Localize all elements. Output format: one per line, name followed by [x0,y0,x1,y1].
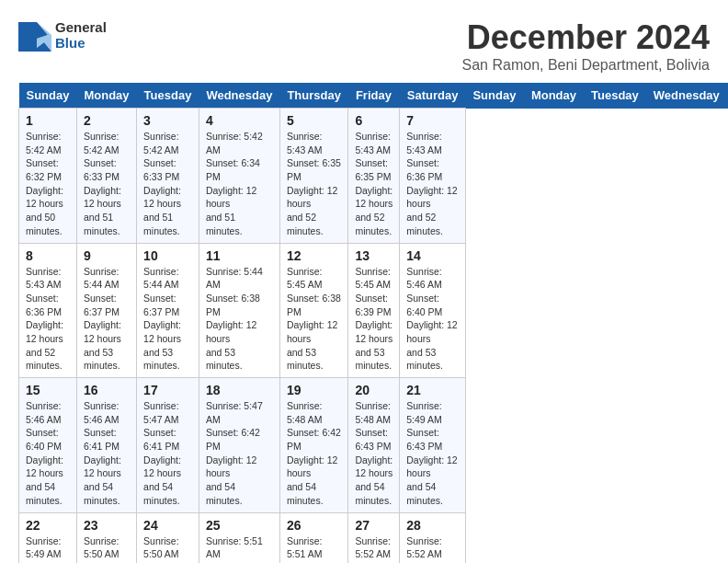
day-number: 2 [84,113,130,128]
calendar-cell: 14Sunrise: 5:46 AM Sunset: 6:40 PM Dayli… [400,243,466,378]
day-info: Sunrise: 5:50 AM Sunset: 6:44 PM Dayligh… [84,534,130,564]
day-info: Sunrise: 5:42 AM Sunset: 6:34 PM Dayligh… [206,130,273,238]
calendar-cell: 4Sunrise: 5:42 AM Sunset: 6:34 PM Daylig… [199,109,279,244]
day-info: Sunrise: 5:47 AM Sunset: 6:42 PM Dayligh… [206,399,273,508]
calendar-cell: 2Sunrise: 5:42 AM Sunset: 6:33 PM Daylig… [76,109,136,244]
day-number: 27 [355,518,392,533]
day-number: 9 [84,248,130,263]
calendar-cell: 20Sunrise: 5:48 AM Sunset: 6:43 PM Dayli… [348,378,400,513]
day-number: 23 [84,518,130,533]
day-number: 18 [206,383,273,397]
day-info: Sunrise: 5:49 AM Sunset: 6:43 PM Dayligh… [406,399,459,508]
calendar-week-row: 8Sunrise: 5:43 AM Sunset: 6:36 PM Daylig… [19,243,729,378]
day-info: Sunrise: 5:48 AM Sunset: 6:43 PM Dayligh… [355,399,392,508]
day-number: 7 [406,113,459,128]
calendar-day-header: Sunday [19,83,77,109]
day-number: 12 [287,248,342,263]
day-number: 19 [287,383,342,397]
calendar-cell: 18Sunrise: 5:47 AM Sunset: 6:42 PM Dayli… [199,378,279,513]
day-number: 1 [26,113,70,128]
day-info: Sunrise: 5:47 AM Sunset: 6:41 PM Dayligh… [143,399,192,508]
day-number: 21 [406,383,459,397]
day-number: 24 [143,518,192,533]
calendar-cell: 13Sunrise: 5:45 AM Sunset: 6:39 PM Dayli… [348,243,400,378]
calendar-cell: 5Sunrise: 5:43 AM Sunset: 6:35 PM Daylig… [279,109,348,244]
calendar-cell: 19Sunrise: 5:48 AM Sunset: 6:42 PM Dayli… [279,378,348,513]
day-info: Sunrise: 5:44 AM Sunset: 6:37 PM Dayligh… [143,265,192,373]
day-number: 6 [355,113,392,128]
calendar-cell: 22Sunrise: 5:49 AM Sunset: 6:44 PM Dayli… [19,512,77,563]
calendar-cell: 21Sunrise: 5:49 AM Sunset: 6:43 PM Dayli… [400,378,466,513]
day-info: Sunrise: 5:44 AM Sunset: 6:38 PM Dayligh… [206,265,273,373]
day-number: 5 [287,113,342,128]
day-info: Sunrise: 5:43 AM Sunset: 6:36 PM Dayligh… [406,130,459,238]
day-info: Sunrise: 5:51 AM Sunset: 6:46 PM Dayligh… [287,534,342,564]
calendar-day-header: Monday [76,83,136,109]
day-number: 20 [355,383,392,397]
day-info: Sunrise: 5:42 AM Sunset: 6:33 PM Dayligh… [143,130,192,238]
day-info: Sunrise: 5:46 AM Sunset: 6:41 PM Dayligh… [84,399,130,508]
calendar-cell: 9Sunrise: 5:44 AM Sunset: 6:37 PM Daylig… [76,243,136,378]
calendar-day-header: Monday [524,83,584,109]
calendar-cell: 27Sunrise: 5:52 AM Sunset: 6:46 PM Dayli… [348,512,400,563]
logo-text: General Blue [55,19,107,51]
day-info: Sunrise: 5:43 AM Sunset: 6:35 PM Dayligh… [355,130,392,238]
calendar-day-header: Saturday [400,83,466,109]
calendar-week-row: 15Sunrise: 5:46 AM Sunset: 6:40 PM Dayli… [19,378,729,513]
calendar-cell: 7Sunrise: 5:43 AM Sunset: 6:36 PM Daylig… [400,109,466,244]
day-number: 11 [206,248,273,263]
day-number: 15 [26,383,70,397]
page-title: December 2024 [462,18,710,57]
day-info: Sunrise: 5:42 AM Sunset: 6:32 PM Dayligh… [26,130,70,238]
day-info: Sunrise: 5:46 AM Sunset: 6:40 PM Dayligh… [406,265,459,373]
calendar-cell: 1Sunrise: 5:42 AM Sunset: 6:32 PM Daylig… [19,109,77,244]
calendar-cell: 25Sunrise: 5:51 AM Sunset: 6:45 PM Dayli… [199,512,279,563]
day-number: 3 [143,113,192,128]
day-number: 8 [26,248,70,263]
logo-icon [18,18,51,52]
day-number: 16 [84,383,130,397]
calendar-day-header: Tuesday [584,83,646,109]
logo: General Blue [18,18,107,52]
day-info: Sunrise: 5:43 AM Sunset: 6:36 PM Dayligh… [26,265,70,373]
calendar-day-header: Wednesday [646,83,727,109]
calendar-week-row: 1Sunrise: 5:42 AM Sunset: 6:32 PM Daylig… [19,109,729,244]
day-number: 17 [143,383,192,397]
day-number: 10 [143,248,192,263]
day-info: Sunrise: 5:49 AM Sunset: 6:44 PM Dayligh… [26,534,70,564]
day-info: Sunrise: 5:43 AM Sunset: 6:35 PM Dayligh… [287,130,342,238]
day-number: 22 [26,518,70,533]
day-info: Sunrise: 5:52 AM Sunset: 6:46 PM Dayligh… [355,534,392,564]
day-number: 14 [406,248,459,263]
header: General Blue December 2024 San Ramon, Be… [18,18,710,74]
day-info: Sunrise: 5:46 AM Sunset: 6:40 PM Dayligh… [26,399,70,508]
title-section: December 2024 San Ramon, Beni Department… [462,18,710,74]
day-number: 26 [287,518,342,533]
page-subtitle: San Ramon, Beni Department, Bolivia [462,57,710,74]
calendar-cell: 26Sunrise: 5:51 AM Sunset: 6:46 PM Dayli… [279,512,348,563]
day-info: Sunrise: 5:51 AM Sunset: 6:45 PM Dayligh… [206,534,273,564]
calendar-cell: 3Sunrise: 5:42 AM Sunset: 6:33 PM Daylig… [137,109,199,244]
calendar-cell: 17Sunrise: 5:47 AM Sunset: 6:41 PM Dayli… [137,378,199,513]
day-info: Sunrise: 5:45 AM Sunset: 6:39 PM Dayligh… [355,265,392,373]
day-number: 25 [206,518,273,533]
calendar-header-row: SundayMondayTuesdayWednesdayThursdayFrid… [19,83,729,109]
calendar-cell: 16Sunrise: 5:46 AM Sunset: 6:41 PM Dayli… [76,378,136,513]
day-number: 4 [206,113,273,128]
calendar-day-header: Wednesday [199,83,279,109]
calendar-cell: 6Sunrise: 5:43 AM Sunset: 6:35 PM Daylig… [348,109,400,244]
calendar-table: SundayMondayTuesdayWednesdayThursdayFrid… [18,83,728,563]
calendar-cell: 28Sunrise: 5:52 AM Sunset: 6:47 PM Dayli… [400,512,466,563]
day-number: 28 [406,518,459,533]
day-info: Sunrise: 5:50 AM Sunset: 6:45 PM Dayligh… [143,534,192,564]
calendar-week-row: 22Sunrise: 5:49 AM Sunset: 6:44 PM Dayli… [19,512,729,563]
calendar-cell: 11Sunrise: 5:44 AM Sunset: 6:38 PM Dayli… [199,243,279,378]
day-info: Sunrise: 5:48 AM Sunset: 6:42 PM Dayligh… [287,399,342,508]
day-info: Sunrise: 5:42 AM Sunset: 6:33 PM Dayligh… [84,130,130,238]
day-number: 13 [355,248,392,263]
day-info: Sunrise: 5:52 AM Sunset: 6:47 PM Dayligh… [406,534,459,564]
calendar-cell: 12Sunrise: 5:45 AM Sunset: 6:38 PM Dayli… [279,243,348,378]
calendar-cell: 15Sunrise: 5:46 AM Sunset: 6:40 PM Dayli… [19,378,77,513]
day-info: Sunrise: 5:45 AM Sunset: 6:38 PM Dayligh… [287,265,342,373]
calendar-cell: 23Sunrise: 5:50 AM Sunset: 6:44 PM Dayli… [76,512,136,563]
